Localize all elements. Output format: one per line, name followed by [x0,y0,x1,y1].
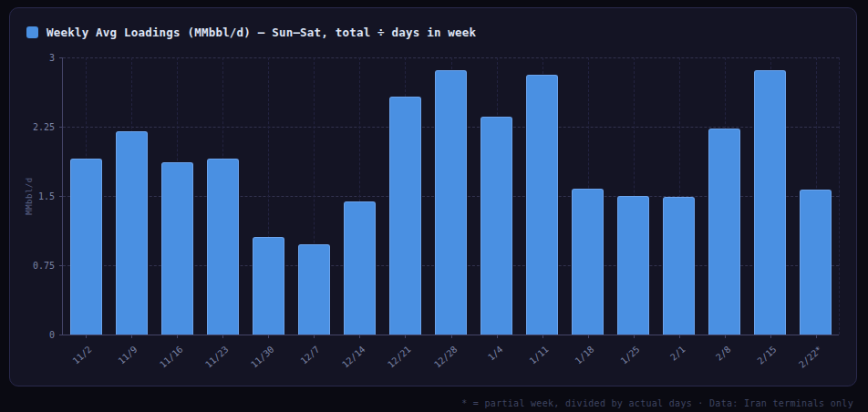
x-tick-mark [679,335,680,338]
chart-card: Weekly Avg Loadings (MMbbl/d) — Sun–Sat,… [9,7,857,386]
x-tick-label: 2/1 [668,344,687,362]
x-tick-label: 2/15 [755,344,778,366]
bar-11-23[interactable] [207,159,239,335]
x-tick-mark [770,335,771,338]
bar-12-21[interactable] [389,97,421,335]
bar-11-2[interactable] [70,159,102,335]
x-tick-mark [222,335,223,338]
x-tick-label: 1/25 [618,344,641,366]
legend-label: Weekly Avg Loadings (MMbbl/d) — Sun–Sat,… [46,26,476,39]
bar-12-7[interactable] [298,244,330,335]
bar-1-18[interactable] [572,189,604,335]
bar-2-1[interactable] [663,197,695,335]
y-tick-label: 0 [49,330,55,340]
bar-1-11[interactable] [526,75,558,335]
v-gridline [839,57,840,335]
x-tick-mark [177,335,178,338]
page: Weekly Avg Loadings (MMbbl/d) — Sun–Sat,… [0,0,868,412]
bar-1-25[interactable] [617,196,649,335]
x-tick-label: 1/4 [485,344,504,362]
legend-swatch-icon [26,26,38,38]
x-tick-mark [725,335,726,338]
x-tick-label: 2/8 [714,344,733,362]
x-tick-mark [816,335,817,338]
bar-12-28[interactable] [435,70,467,335]
bar-2-15[interactable] [754,70,786,335]
y-tick-label: 3 [49,53,55,63]
x-tick-label: 12/28 [431,344,459,369]
bar-2-22[interactable] [800,190,832,335]
bar-11-9[interactable] [116,131,148,335]
x-tick-mark [314,335,315,338]
x-tick-mark [86,335,87,338]
bar-1-4[interactable] [480,117,512,335]
y-axis-title: MMbbl/d [25,177,34,214]
bar-2-8[interactable] [708,129,740,335]
x-tick-mark [405,335,406,338]
x-tick-mark [451,335,452,338]
x-tick-label: 12/21 [386,344,413,369]
x-tick-mark [131,335,132,338]
x-tick-mark [588,335,589,338]
x-tick-mark [359,335,360,338]
y-tick-mark [59,265,63,266]
x-tick-label: 2/22* [797,344,824,369]
bar-11-30[interactable] [253,237,284,335]
x-tick-mark [268,335,269,338]
y-tick-mark [59,127,63,128]
x-tick-label: 1/18 [573,344,595,366]
y-tick-label: 0.75 [33,261,55,271]
x-tick-label: 1/11 [527,344,550,366]
x-tick-label: 11/9 [116,344,139,366]
y-tick-mark [59,196,63,197]
bar-12-14[interactable] [344,201,376,335]
y-tick-label: 1.5 [38,191,55,201]
x-tick-mark [634,335,635,338]
plot-area: 00.751.52.25311/211/911/1611/2311/3012/7… [62,57,839,335]
x-tick-label: 11/2 [70,344,93,366]
bar-11-16[interactable] [161,162,193,335]
footnote: * = partial week, divided by actual days… [461,398,853,408]
y-tick-mark [59,57,63,58]
y-tick-label: 2.25 [33,122,55,132]
x-tick-mark [542,335,543,338]
y-tick-mark [59,335,63,335]
chart-legend[interactable]: Weekly Avg Loadings (MMbbl/d) — Sun–Sat,… [26,26,476,39]
x-tick-label: 11/16 [158,344,185,369]
x-tick-label: 12/14 [340,344,367,369]
x-tick-label: 11/30 [249,344,276,369]
x-tick-label: 11/23 [203,344,231,369]
x-tick-label: 12/7 [299,344,322,366]
x-tick-mark [497,335,498,338]
